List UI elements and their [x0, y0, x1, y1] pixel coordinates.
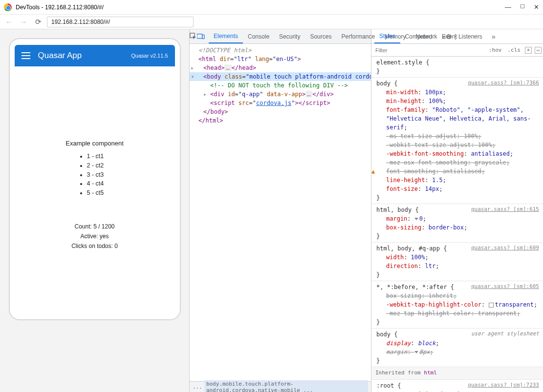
app-header: Quasar App Quasar v2.11.5: [15, 45, 175, 66]
dom-line[interactable]: ▸<div id="q-app" data-v-app>…</div>: [190, 90, 371, 99]
dom-line[interactable]: <!DOCTYPE html>: [190, 46, 371, 55]
list-item[interactable]: 1 - ct1: [87, 152, 109, 161]
item-list: 1 - ct12 - ct23 - ct34 - ct45 - ct5: [80, 152, 109, 198]
count-text: Count: 5 / 1200: [15, 223, 175, 230]
browser-navbar: ← → ⟳ 192.168.2.112:8080/#/: [0, 15, 543, 29]
device-frame: Quasar App Quasar v2.11.5 Example compon…: [9, 38, 181, 320]
dom-line[interactable]: <script src="cordova.js"></script>: [190, 99, 371, 107]
app-body: Example component 1 - ct12 - ct23 - ct34…: [15, 66, 175, 249]
dom-line[interactable]: </body>: [190, 107, 371, 116]
kebab-menu-icon[interactable]: ⋮: [452, 30, 459, 43]
tab-memory[interactable]: Memory: [380, 29, 411, 43]
svg-rect-1: [197, 34, 202, 38]
devtools-main-toolbar: ElementsConsoleSecuritySourcesPerformanc…: [190, 29, 371, 44]
breadcrumb-item[interactable]: ...: [193, 384, 202, 390]
dom-line[interactable]: <!-- DO NOT touch the following DIV -->: [190, 81, 371, 90]
device-screen: Quasar App Quasar v2.11.5 Example compon…: [15, 45, 175, 314]
url-text: 192.168.2.112:8080/#/: [51, 19, 110, 25]
forward-button[interactable]: →: [18, 16, 29, 28]
url-input[interactable]: 192.168.2.112:8080/#/: [47, 17, 194, 27]
list-item[interactable]: 4 - ct4: [87, 179, 109, 188]
menu-icon[interactable]: [22, 52, 30, 59]
reload-button[interactable]: ⟳: [32, 16, 44, 28]
hov-toggle[interactable]: :hov: [486, 47, 505, 53]
css-rule[interactable]: element.style {}: [371, 57, 543, 78]
styles-panel: StylesComputedEvent Listeners» :hov .cls…: [371, 29, 543, 392]
tab-network[interactable]: Network: [411, 29, 442, 43]
css-rule[interactable]: quasar.sass? [sm]:7233:root {--q-transit…: [371, 380, 543, 392]
breadcrumb-item[interactable]: body.mobile.touch.platform-android.cordo…: [204, 380, 368, 392]
device-preview-panel: Quasar App Quasar v2.11.5 Example compon…: [0, 29, 190, 392]
computed-toggle-icon[interactable]: ▭: [535, 47, 542, 54]
tab-sources[interactable]: Sources: [305, 29, 336, 43]
tab-elements[interactable]: Elements: [209, 29, 243, 43]
styles-filterbar: :hov .cls + ▭: [371, 44, 543, 57]
dom-line[interactable]: <html dir="ltr" lang="en-US">: [190, 55, 371, 63]
css-rule[interactable]: user agent stylesheetbody {display: bloc…: [371, 329, 543, 367]
back-button[interactable]: ←: [3, 16, 15, 28]
device-toggle-icon[interactable]: [197, 30, 205, 43]
close-button[interactable]: ✕: [534, 3, 539, 11]
css-rule[interactable]: quasar.sass? [sm]:609html, body, #q-app …: [371, 243, 543, 281]
breadcrumb[interactable]: ... body.mobile.touch.platform-android.c…: [190, 381, 371, 392]
styles-filter-input[interactable]: [371, 47, 486, 53]
new-rule-button[interactable]: +: [525, 47, 532, 54]
settings-icon[interactable]: ⚙: [446, 30, 452, 43]
dom-tree[interactable]: <!DOCTYPE html> <html dir="ltr" lang="en…: [190, 44, 371, 381]
more-subtabs-icon[interactable]: »: [487, 30, 500, 43]
list-item[interactable]: 5 - ct5: [87, 188, 109, 198]
svg-rect-2: [202, 35, 204, 39]
tab-performance[interactable]: Performance: [336, 29, 380, 43]
window-titlebar: DevTools - 192.168.2.112:8080/#/ — ☐ ✕: [0, 0, 543, 15]
css-rule[interactable]: quasar.sass? [sm]:615html, body {margin:…: [371, 204, 543, 243]
dom-line-selected[interactable]: ⋯ ▾<body class="mobile touch platform-an…: [190, 72, 371, 81]
css-rule[interactable]: quasar.sass? [sm]:605*, *:before, *:afte…: [371, 281, 543, 329]
component-heading: Example component: [15, 140, 175, 147]
inspect-icon[interactable]: [190, 30, 197, 43]
elements-panel: ElementsConsoleSecuritySourcesPerformanc…: [190, 29, 371, 392]
list-item[interactable]: 2 - ct2: [87, 161, 109, 170]
active-text: Active: yes: [15, 233, 175, 240]
window-title: DevTools - 192.168.2.112:8080/#/: [16, 4, 505, 11]
tab-console[interactable]: Console: [243, 29, 274, 43]
chrome-icon: [4, 3, 12, 11]
css-rule[interactable]: quasar.sass? [sm]:7366body {min-width: 1…: [371, 78, 543, 204]
dom-line[interactable]: </html>: [190, 116, 371, 125]
list-item[interactable]: 3 - ct3: [87, 170, 109, 180]
clicks-text: Clicks on todos: 0: [15, 243, 175, 249]
window-controls: — ☐ ✕: [505, 3, 539, 11]
app-title: Quasar App: [38, 51, 131, 61]
dom-line[interactable]: ▸<head>…</head>: [190, 63, 371, 72]
styles-rules[interactable]: element.style {}quasar.sass? [sm]:7366bo…: [371, 57, 543, 392]
tab-security[interactable]: Security: [274, 29, 305, 43]
app-version: Quasar v2.11.5: [131, 53, 168, 59]
cls-toggle[interactable]: .cls: [505, 47, 524, 53]
inherited-header: Inherited from html: [371, 367, 543, 380]
minimize-button[interactable]: —: [505, 3, 511, 11]
maximize-button[interactable]: ☐: [520, 3, 525, 11]
more-tabs-icon[interactable]: »: [442, 30, 446, 43]
